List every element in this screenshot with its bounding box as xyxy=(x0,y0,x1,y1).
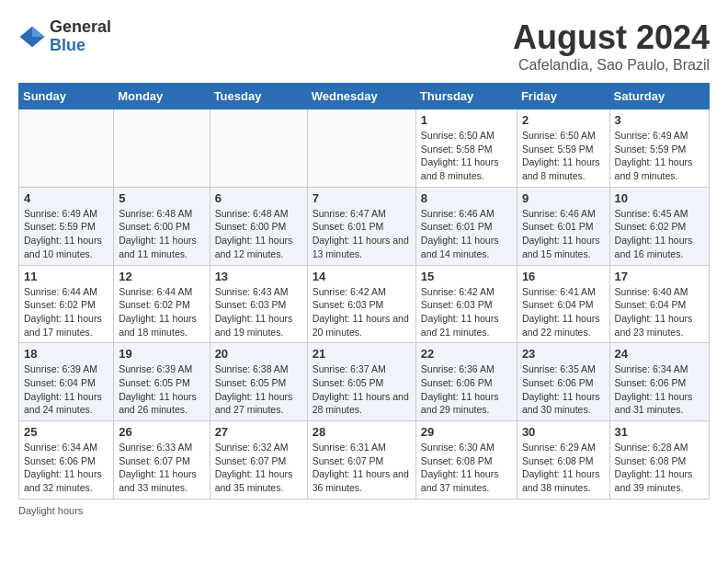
calendar-cell: 23Sunrise: 6:35 AM Sunset: 6:06 PM Dayli… xyxy=(517,343,609,421)
col-header-tuesday: Tuesday xyxy=(210,84,307,109)
day-number: 19 xyxy=(119,347,204,361)
day-number: 30 xyxy=(522,425,605,439)
day-number: 8 xyxy=(421,191,512,205)
calendar-cell xyxy=(19,109,114,188)
calendar-cell: 8Sunrise: 6:46 AM Sunset: 6:01 PM Daylig… xyxy=(415,187,517,265)
title-block: August 2024 Cafelandia, Sao Paulo, Brazi… xyxy=(513,18,710,74)
day-number: 18 xyxy=(24,347,108,361)
day-number: 6 xyxy=(215,191,302,205)
day-number: 22 xyxy=(421,347,512,361)
day-info: Sunrise: 6:42 AM Sunset: 6:03 PM Dayligh… xyxy=(313,285,411,339)
day-number: 29 xyxy=(421,425,512,439)
day-number: 16 xyxy=(522,270,605,283)
day-info: Sunrise: 6:48 AM Sunset: 6:00 PM Dayligh… xyxy=(119,207,204,261)
day-info: Sunrise: 6:31 AM Sunset: 6:07 PM Dayligh… xyxy=(313,441,411,495)
calendar-cell: 5Sunrise: 6:48 AM Sunset: 6:00 PM Daylig… xyxy=(114,187,210,265)
day-info: Sunrise: 6:39 AM Sunset: 6:05 PM Dayligh… xyxy=(119,362,204,417)
day-info: Sunrise: 6:49 AM Sunset: 5:59 PM Dayligh… xyxy=(615,129,704,183)
day-info: Sunrise: 6:44 AM Sunset: 6:02 PM Dayligh… xyxy=(24,285,108,339)
day-number: 15 xyxy=(421,270,512,283)
footer-note: Daylight hours xyxy=(18,505,710,516)
day-number: 21 xyxy=(313,347,411,361)
calendar-cell: 14Sunrise: 6:42 AM Sunset: 6:03 PM Dayli… xyxy=(307,265,415,343)
calendar-week-1: 1Sunrise: 6:50 AM Sunset: 5:58 PM Daylig… xyxy=(19,109,710,188)
calendar-cell xyxy=(210,109,307,188)
col-header-thursday: Thursday xyxy=(415,84,517,109)
day-number: 14 xyxy=(313,270,411,283)
calendar-cell: 29Sunrise: 6:30 AM Sunset: 6:08 PM Dayli… xyxy=(415,421,517,500)
calendar-week-3: 11Sunrise: 6:44 AM Sunset: 6:02 PM Dayli… xyxy=(19,265,710,343)
day-number: 1 xyxy=(421,113,512,127)
calendar-cell: 10Sunrise: 6:45 AM Sunset: 6:02 PM Dayli… xyxy=(609,187,709,265)
day-number: 2 xyxy=(522,113,605,127)
day-info: Sunrise: 6:47 AM Sunset: 6:01 PM Dayligh… xyxy=(313,207,411,261)
day-info: Sunrise: 6:42 AM Sunset: 6:03 PM Dayligh… xyxy=(421,285,512,339)
day-number: 25 xyxy=(24,425,108,439)
calendar-cell: 25Sunrise: 6:34 AM Sunset: 6:06 PM Dayli… xyxy=(19,421,114,500)
logo-text: General Blue xyxy=(50,18,111,55)
day-number: 9 xyxy=(522,191,605,205)
day-info: Sunrise: 6:39 AM Sunset: 6:04 PM Dayligh… xyxy=(24,362,108,417)
day-info: Sunrise: 6:49 AM Sunset: 5:59 PM Dayligh… xyxy=(24,207,108,261)
day-number: 24 xyxy=(615,347,704,361)
day-number: 5 xyxy=(119,191,204,205)
day-number: 10 xyxy=(615,191,704,205)
calendar-cell: 22Sunrise: 6:36 AM Sunset: 6:06 PM Dayli… xyxy=(415,343,517,421)
day-info: Sunrise: 6:40 AM Sunset: 6:04 PM Dayligh… xyxy=(615,285,704,339)
calendar-cell: 6Sunrise: 6:48 AM Sunset: 6:00 PM Daylig… xyxy=(210,187,307,265)
day-number: 20 xyxy=(215,347,302,361)
day-number: 11 xyxy=(24,270,108,283)
day-info: Sunrise: 6:28 AM Sunset: 6:08 PM Dayligh… xyxy=(615,441,704,495)
col-header-wednesday: Wednesday xyxy=(307,84,415,109)
day-info: Sunrise: 6:33 AM Sunset: 6:07 PM Dayligh… xyxy=(119,441,204,495)
day-info: Sunrise: 6:29 AM Sunset: 6:08 PM Dayligh… xyxy=(522,441,605,495)
calendar-cell: 4Sunrise: 6:49 AM Sunset: 5:59 PM Daylig… xyxy=(19,187,114,265)
calendar-cell: 12Sunrise: 6:44 AM Sunset: 6:02 PM Dayli… xyxy=(114,265,210,343)
day-info: Sunrise: 6:32 AM Sunset: 6:07 PM Dayligh… xyxy=(215,441,302,495)
day-info: Sunrise: 6:46 AM Sunset: 6:01 PM Dayligh… xyxy=(421,207,512,261)
col-header-friday: Friday xyxy=(517,84,609,109)
logo-icon xyxy=(18,23,46,51)
day-info: Sunrise: 6:46 AM Sunset: 6:01 PM Dayligh… xyxy=(522,207,605,261)
calendar-cell: 26Sunrise: 6:33 AM Sunset: 6:07 PM Dayli… xyxy=(114,421,210,500)
day-info: Sunrise: 6:43 AM Sunset: 6:03 PM Dayligh… xyxy=(215,285,302,339)
calendar-cell: 20Sunrise: 6:38 AM Sunset: 6:05 PM Dayli… xyxy=(210,343,307,421)
calendar-cell: 11Sunrise: 6:44 AM Sunset: 6:02 PM Dayli… xyxy=(19,265,114,343)
calendar-cell: 19Sunrise: 6:39 AM Sunset: 6:05 PM Dayli… xyxy=(114,343,210,421)
day-info: Sunrise: 6:44 AM Sunset: 6:02 PM Dayligh… xyxy=(119,285,204,339)
location-title: Cafelandia, Sao Paulo, Brazil xyxy=(513,57,710,74)
calendar-table: SundayMondayTuesdayWednesdayThursdayFrid… xyxy=(18,83,710,500)
calendar-cell: 18Sunrise: 6:39 AM Sunset: 6:04 PM Dayli… xyxy=(19,343,114,421)
calendar-cell: 1Sunrise: 6:50 AM Sunset: 5:58 PM Daylig… xyxy=(415,109,517,188)
calendar-cell: 7Sunrise: 6:47 AM Sunset: 6:01 PM Daylig… xyxy=(307,187,415,265)
logo-general: General xyxy=(50,18,111,37)
calendar-cell xyxy=(307,109,415,188)
calendar-header-row: SundayMondayTuesdayWednesdayThursdayFrid… xyxy=(19,84,710,109)
calendar-cell: 2Sunrise: 6:50 AM Sunset: 5:59 PM Daylig… xyxy=(517,109,609,188)
day-number: 17 xyxy=(615,270,704,283)
day-number: 26 xyxy=(119,425,204,439)
calendar-cell xyxy=(114,109,210,188)
calendar-week-5: 25Sunrise: 6:34 AM Sunset: 6:06 PM Dayli… xyxy=(19,421,710,500)
logo-blue-text: Blue xyxy=(50,37,111,55)
calendar-cell: 27Sunrise: 6:32 AM Sunset: 6:07 PM Dayli… xyxy=(210,421,307,500)
day-info: Sunrise: 6:36 AM Sunset: 6:06 PM Dayligh… xyxy=(421,362,512,417)
day-info: Sunrise: 6:45 AM Sunset: 6:02 PM Dayligh… xyxy=(615,207,704,261)
day-number: 23 xyxy=(522,347,605,361)
calendar-cell: 3Sunrise: 6:49 AM Sunset: 5:59 PM Daylig… xyxy=(609,109,709,188)
calendar-cell: 17Sunrise: 6:40 AM Sunset: 6:04 PM Dayli… xyxy=(609,265,709,343)
month-title: August 2024 xyxy=(513,18,710,57)
calendar-cell: 13Sunrise: 6:43 AM Sunset: 6:03 PM Dayli… xyxy=(210,265,307,343)
day-number: 12 xyxy=(119,270,204,283)
svg-marker-1 xyxy=(32,27,45,37)
calendar-week-2: 4Sunrise: 6:49 AM Sunset: 5:59 PM Daylig… xyxy=(19,187,710,265)
col-header-saturday: Saturday xyxy=(609,84,709,109)
calendar-cell: 9Sunrise: 6:46 AM Sunset: 6:01 PM Daylig… xyxy=(517,187,609,265)
day-number: 28 xyxy=(313,425,411,439)
page-header: General Blue August 2024 Cafelandia, Sao… xyxy=(18,18,710,74)
calendar-cell: 15Sunrise: 6:42 AM Sunset: 6:03 PM Dayli… xyxy=(415,265,517,343)
day-info: Sunrise: 6:37 AM Sunset: 6:05 PM Dayligh… xyxy=(313,362,411,417)
day-info: Sunrise: 6:34 AM Sunset: 6:06 PM Dayligh… xyxy=(24,441,108,495)
day-number: 27 xyxy=(215,425,302,439)
col-header-sunday: Sunday xyxy=(19,84,114,109)
